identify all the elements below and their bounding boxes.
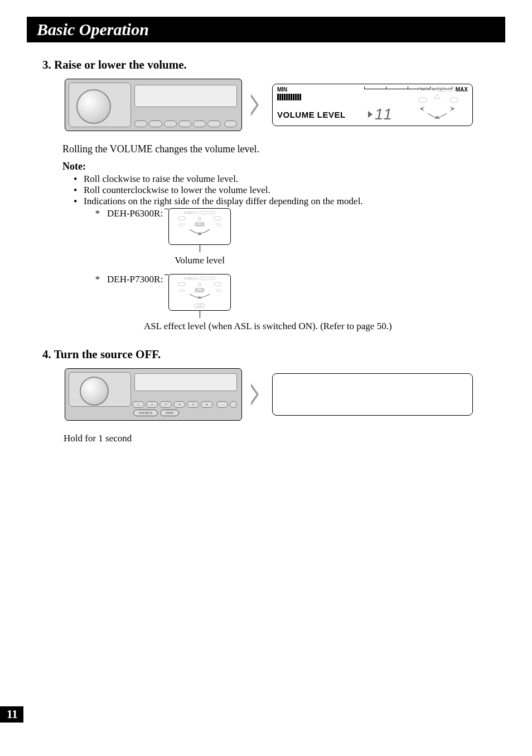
svg-rect-3 xyxy=(450,98,458,102)
left-arrows-icon: ◁◁ xyxy=(178,221,183,227)
svg-rect-6 xyxy=(200,211,207,214)
down-curve-icon xyxy=(187,293,212,300)
note-bullet-list: Roll clockwise to raise the volume level… xyxy=(74,174,505,207)
sel-button-icon: SEL xyxy=(195,222,205,227)
device-button xyxy=(134,121,147,127)
device-button xyxy=(216,401,229,408)
pill-icon xyxy=(447,87,455,92)
device-bottom-row: SOURCE DISP xyxy=(71,409,237,417)
volume-ticks xyxy=(277,93,361,100)
device-screen xyxy=(134,85,237,107)
device-number-button: 3 xyxy=(159,401,172,408)
bullet-item: Indications on the right side of the dis… xyxy=(74,196,505,207)
model-name: DEH-P6300R: xyxy=(107,208,163,219)
step-number: 3. xyxy=(42,58,51,71)
dpad-icon xyxy=(418,94,468,121)
up-arrow-icon xyxy=(197,282,202,286)
right-arrows-icon: ▷▷ xyxy=(216,221,221,227)
up-arrow-icon xyxy=(197,216,202,220)
device-number-button: 6 xyxy=(201,401,213,408)
step-number: 4. xyxy=(42,348,51,361)
mini-pill-icon xyxy=(178,216,186,220)
page: Basic Operation 3. Raise or lower the vo… xyxy=(0,0,532,756)
step-heading-text: Raise or lower the volume. xyxy=(54,58,187,71)
pwrfl-small: PWR:FL xyxy=(172,211,227,215)
svg-rect-7 xyxy=(209,211,215,214)
mini-pill-icon xyxy=(214,282,221,286)
pwrfl-text: PWR:FL xyxy=(418,86,435,92)
pointer-line xyxy=(200,244,200,252)
svg-point-5 xyxy=(451,108,453,110)
page-number: 11 xyxy=(0,706,23,723)
volume-number-text: 11 xyxy=(375,105,392,123)
model2-caption: ASL effect level (when ASL is switched O… xyxy=(144,321,505,332)
device-screen xyxy=(134,373,237,391)
model-row-2: * DEH-P7300R: PWR:FL ◁◁ SEL ▷▷ xyxy=(94,274,505,311)
section-3-figure-row: MIN MAX xyxy=(65,79,505,131)
disp-button: DISP xyxy=(160,410,179,416)
device-button xyxy=(207,121,220,127)
down-chevron-icon xyxy=(436,87,446,92)
pointer-line xyxy=(200,310,200,318)
bullet-item: Roll counterclockwise to lower the volum… xyxy=(74,185,505,196)
device-button xyxy=(178,121,191,127)
section-4-figure-row: 1 2 3 4 5 6 SOURCE DISP xyxy=(65,368,505,421)
pill-icon xyxy=(209,211,215,214)
section-3-heading: 3. Raise or lower the volume. xyxy=(42,58,505,72)
hold-caption: Hold for 1 second xyxy=(64,433,505,444)
down-chevron-icon xyxy=(200,211,207,214)
device-button xyxy=(164,121,177,127)
device-illustration xyxy=(65,79,242,131)
arrow-icon xyxy=(251,383,263,406)
down-curve-icon xyxy=(187,228,212,236)
small-lcd-model2: PWR:FL ◁◁ SEL ▷▷ ASL xyxy=(168,274,231,311)
device-button xyxy=(224,121,237,127)
device-number-button: 2 xyxy=(146,401,158,408)
device-illustration-2: 1 2 3 4 5 6 SOURCE DISP xyxy=(65,368,242,421)
down-chevron-icon xyxy=(200,277,207,280)
model1-caption: Volume level xyxy=(168,255,231,266)
small-lcd-model1: PWR:FL ◁◁ SEL ▷▷ xyxy=(168,208,231,245)
mini-pill-icon xyxy=(214,216,221,220)
device-number-button: 5 xyxy=(187,401,199,408)
min-label: MIN xyxy=(277,86,361,93)
play-icon xyxy=(368,111,373,118)
step-heading-text: Turn the source OFF. xyxy=(54,348,161,361)
volume-level-label: VOLUME LEVEL xyxy=(277,110,346,119)
asl-indicator: ASL xyxy=(194,304,205,308)
page-header: Basic Operation xyxy=(27,17,505,42)
volume-bar: MIN xyxy=(277,86,361,100)
device-button xyxy=(149,121,162,127)
bullet-item: Roll clockwise to raise the volume level… xyxy=(74,174,505,185)
asterisk-icon: * xyxy=(94,274,101,285)
pointer-line xyxy=(148,420,148,421)
arrow-icon xyxy=(251,94,263,116)
device-number-button: 1 xyxy=(132,401,144,408)
mini-pill-icon xyxy=(178,282,186,286)
svg-rect-2 xyxy=(419,98,427,102)
pill-icon xyxy=(209,277,215,280)
source-button: SOURCE xyxy=(133,410,158,416)
device-button-row xyxy=(134,121,237,127)
section-4-heading: 4. Turn the source OFF. xyxy=(42,348,505,362)
svg-rect-8 xyxy=(200,277,207,280)
nav-icon-cluster xyxy=(418,94,468,122)
svg-point-4 xyxy=(421,108,423,110)
pwrfl-small: PWR:FL xyxy=(172,277,227,281)
left-arrows-icon: ◁◁ xyxy=(178,287,183,293)
lcd-display-off xyxy=(272,373,473,416)
device-number-buttons: 1 2 3 4 5 6 xyxy=(132,401,237,408)
note-label: Note: xyxy=(62,161,505,172)
lcd-display: MIN MAX xyxy=(272,84,473,126)
svg-rect-1 xyxy=(448,87,455,91)
svg-rect-9 xyxy=(209,277,215,280)
body-paragraph: Rolling the VOLUME changes the volume le… xyxy=(62,143,505,155)
asterisk-icon: * xyxy=(94,208,101,219)
model-name: DEH-P7300R: xyxy=(107,274,163,285)
device-number-button: 4 xyxy=(173,401,186,408)
device-button xyxy=(230,401,237,408)
volume-value: 11 xyxy=(368,105,392,123)
lcd-icon-cluster: PWR:FL xyxy=(418,86,468,123)
sel-button-icon: SEL xyxy=(195,288,205,292)
right-arrows-icon: ▷▷ xyxy=(216,287,221,293)
